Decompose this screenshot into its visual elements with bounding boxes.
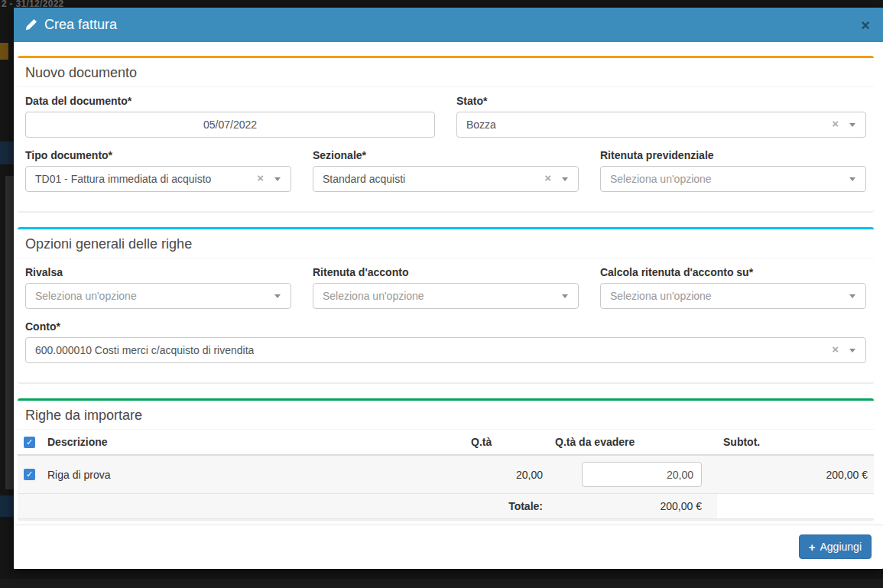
select-placeholder: Seleziona un'opzione [610, 173, 712, 185]
select-all-checkbox[interactable]: ✓ [24, 437, 35, 448]
section-opzioni-generali: Opzioni generali delle righe Rivalsa Sel… [18, 227, 874, 383]
selected-value: Bozza [466, 119, 496, 131]
select-placeholder: Seleziona un'opzione [323, 290, 424, 302]
field-label: Calcola ritenuta d'acconto su* [600, 266, 866, 278]
table-row: ✓ Riga di prova 20,00 200,00 € [18, 455, 874, 494]
calcola-ritenuta-select[interactable]: Seleziona un'opzione [600, 283, 866, 309]
field-label: Tipo documento* [25, 149, 291, 161]
select-placeholder: Seleziona un'opzione [35, 290, 137, 302]
section-title: Opzioni generali delle righe [25, 236, 192, 252]
selected-value: 600.000010 Costi merci c/acquisto di riv… [35, 344, 254, 356]
field-stato: Stato* Bozza × [456, 95, 866, 138]
section-header: Righe da importare [18, 401, 874, 430]
row-subtot: 200,00 € [717, 455, 874, 494]
date-input[interactable] [25, 112, 435, 138]
conto-select[interactable]: 600.000010 Costi merci c/acquisto di riv… [25, 337, 866, 363]
chevron-down-icon[interactable] [562, 294, 568, 298]
row-checkbox[interactable]: ✓ [24, 469, 35, 480]
field-label: Data del documento* [25, 95, 435, 107]
modal-header: Crea fattura × [14, 8, 883, 42]
clear-selection-icon[interactable]: × [257, 172, 264, 184]
column-header-descrizione: Descrizione [41, 430, 465, 455]
background-artifact [0, 495, 14, 517]
modal-title-text: Crea fattura [44, 17, 117, 33]
add-button[interactable]: + Aggiungi [799, 534, 872, 559]
column-header-qta: Q.tà [465, 430, 549, 455]
field-label: Stato* [456, 95, 866, 107]
field-label: Rivalsa [25, 266, 291, 278]
ritenuta-previdenziale-select[interactable]: Seleziona un'opzione [600, 166, 866, 192]
ritenuta-acconto-select[interactable]: Seleziona un'opzione [313, 283, 579, 309]
create-invoice-modal: Crea fattura × Nuovo documento Data del … [14, 8, 883, 569]
chevron-down-icon[interactable] [849, 349, 855, 352]
plus-icon: + [809, 541, 816, 553]
totale-empty-cell [717, 494, 874, 519]
select-placeholder: Seleziona un'opzione [610, 290, 712, 302]
field-rivalsa: Rivalsa Seleziona un'opzione [25, 266, 291, 309]
field-tipo-documento: Tipo documento* TD01 - Fattura immediata… [25, 149, 291, 192]
clear-selection-icon[interactable]: × [544, 172, 551, 184]
clear-selection-icon[interactable]: × [832, 118, 839, 129]
selected-value: TD01 - Fattura immediata di acquisto [35, 173, 211, 185]
table-header-row: ✓ Descrizione Q.tà Q.tà da evadere Subto… [18, 430, 874, 455]
field-label: Ritenuta previdenziale [600, 149, 866, 161]
background-artifact [0, 579, 883, 588]
field-conto: Conto* 600.000010 Costi merci c/acquisto… [25, 320, 866, 363]
stato-select[interactable]: Bozza × [456, 112, 866, 138]
totale-value: 200,00 € [549, 494, 717, 519]
section-header: Nuovo documento [18, 58, 874, 87]
tipo-documento-select[interactable]: TD01 - Fattura immediata di acquisto × [25, 166, 291, 192]
chevron-down-icon[interactable] [274, 177, 281, 181]
column-header-subtot: Subtot. [717, 430, 874, 455]
chevron-down-icon[interactable] [849, 294, 855, 298]
field-ritenuta-acconto: Ritenuta d'acconto Seleziona un'opzione [313, 266, 579, 309]
add-button-label: Aggiungi [820, 541, 862, 553]
field-sezionale: Sezionale* Standard acquisti × [313, 149, 579, 192]
field-data-documento: Data del documento* [25, 95, 435, 138]
chevron-down-icon[interactable] [849, 177, 855, 181]
field-label: Sezionale* [313, 149, 579, 161]
section-body: Rivalsa Seleziona un'opzione Ritenuta d'… [18, 258, 874, 382]
chevron-down-icon[interactable] [562, 177, 568, 181]
background-artifact [5, 176, 14, 489]
modal-footer: + Aggiungi [14, 525, 883, 569]
background-artifact [0, 43, 8, 60]
field-ritenuta-previdenziale: Ritenuta previdenziale Seleziona un'opzi… [600, 149, 866, 192]
row-descrizione: Riga di prova [41, 455, 465, 494]
sezionale-select[interactable]: Standard acquisti × [313, 166, 579, 192]
modal-title: Crea fattura [25, 17, 117, 33]
section-header: Opzioni generali delle righe [18, 229, 874, 258]
background-artifact [0, 141, 14, 164]
chevron-down-icon[interactable] [274, 294, 281, 298]
column-header-qta-da-evadere: Q.tà da evadere [549, 430, 717, 455]
rivalsa-select[interactable]: Seleziona un'opzione [25, 283, 291, 309]
totale-label: Totale: [18, 494, 549, 519]
section-title: Nuovo documento [25, 65, 137, 80]
import-rows-table: ✓ Descrizione Q.tà Q.tà da evadere Subto… [18, 430, 874, 519]
section-nuovo-documento: Nuovo documento Data del documento* Stat… [18, 56, 874, 212]
field-label: Conto* [25, 320, 866, 333]
field-label: Ritenuta d'acconto [313, 266, 579, 278]
selected-value: Standard acquisti [323, 173, 405, 185]
close-icon[interactable]: × [859, 18, 872, 33]
chevron-down-icon[interactable] [849, 123, 855, 127]
field-calcola-ritenuta: Calcola ritenuta d'acconto su* Seleziona… [600, 266, 866, 309]
qta-da-evadere-input[interactable] [582, 462, 702, 487]
row-qta: 20,00 [465, 455, 549, 494]
modal-body: Nuovo documento Data del documento* Stat… [14, 42, 883, 520]
table-total-row: Totale: 200,00 € [18, 494, 874, 519]
section-title: Righe da importare [25, 408, 142, 423]
clear-selection-icon[interactable]: × [832, 343, 839, 355]
section-body: Data del documento* Stato* Bozza × [18, 87, 874, 211]
pencil-icon [25, 19, 37, 31]
section-righe-da-importare: Righe da importare ✓ Descrizione Q.tà Q.… [18, 398, 874, 520]
